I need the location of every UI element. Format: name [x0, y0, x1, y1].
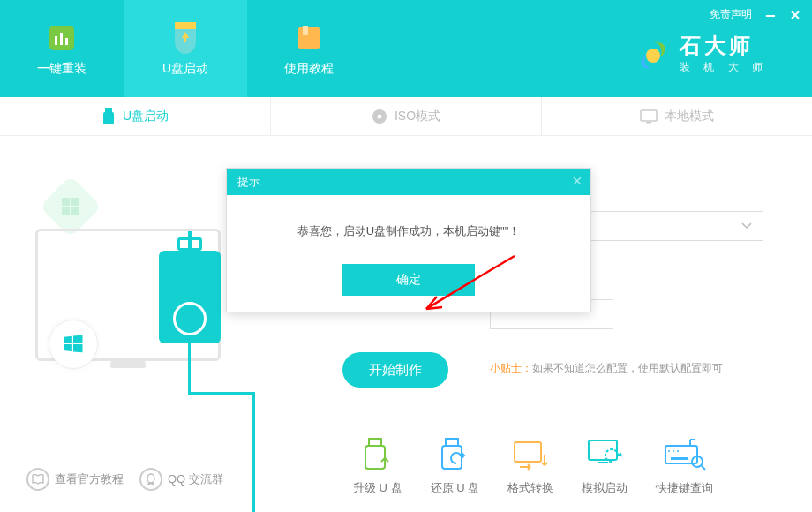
- svg-rect-5: [298, 27, 320, 49]
- svg-point-35: [147, 474, 154, 483]
- svg-rect-18: [71, 207, 79, 215]
- decor-wire: [188, 343, 191, 392]
- action-label: 快捷键查询: [656, 480, 713, 496]
- keyboard-search-icon: [663, 436, 707, 473]
- footer-label: QQ 交流群: [168, 471, 223, 487]
- dialog-close-button[interactable]: [573, 175, 582, 188]
- action-label: 格式转换: [508, 480, 553, 496]
- svg-rect-15: [62, 198, 70, 206]
- header: 一键重装 U盘启动 使用教程 免责声明 石大师 装 机 大 师: [0, 0, 812, 97]
- dialog-title: 提示: [237, 174, 260, 190]
- action-hotkey-lookup[interactable]: 快捷键查询: [656, 436, 713, 496]
- footer-left: 查看官方教程 QQ 交流群: [26, 468, 223, 491]
- svg-point-12: [377, 114, 381, 118]
- convert-icon: [508, 436, 553, 473]
- nav-tutorial[interactable]: 使用教程: [247, 0, 371, 97]
- action-restore-usb[interactable]: 还原 U 盘: [431, 436, 480, 496]
- svg-rect-20: [365, 446, 385, 469]
- svg-rect-10: [103, 112, 114, 124]
- action-simulate-boot[interactable]: 模拟启动: [582, 436, 628, 496]
- nav-label: 使用教程: [284, 61, 334, 77]
- monitor-refresh-icon: [583, 436, 627, 473]
- dialog-success: 提示 恭喜您，启动U盘制作成功，本机启动键""！ 确定: [226, 168, 591, 312]
- dialog-message: 恭喜您，启动U盘制作成功，本机启动键""！: [227, 195, 590, 264]
- disc-icon: [372, 109, 387, 124]
- bar-chart-icon: [46, 20, 78, 56]
- brand-subtitle: 装 机 大 师: [680, 60, 768, 75]
- brand-logo-icon: [635, 38, 671, 73]
- svg-rect-24: [589, 440, 617, 460]
- action-label: 还原 U 盘: [431, 480, 480, 496]
- decor-usb: [173, 302, 207, 335]
- svg-rect-21: [446, 439, 458, 446]
- nav-usb-boot[interactable]: U盘启动: [124, 0, 247, 97]
- action-label: 升级 U 盘: [353, 480, 402, 496]
- nav-label: U盘启动: [162, 61, 208, 77]
- subtab-usb-boot[interactable]: U盘启动: [0, 97, 271, 135]
- tip-label: 小贴士：: [490, 362, 532, 374]
- subtabs: U盘启动 ISO模式 本地模式: [0, 97, 812, 136]
- svg-rect-19: [369, 439, 381, 446]
- decor-wire: [188, 392, 252, 395]
- svg-rect-2: [60, 33, 63, 45]
- svg-point-31: [677, 450, 679, 452]
- svg-rect-3: [65, 38, 68, 45]
- close-button[interactable]: [789, 9, 801, 21]
- usb-up-icon: [356, 436, 400, 473]
- subtab-label: U盘启动: [123, 109, 169, 124]
- disclaimer-link[interactable]: 免责声明: [710, 7, 752, 22]
- svg-rect-25: [598, 462, 608, 463]
- action-row: 升级 U 盘 还原 U 盘 格式转换 模拟启动 快捷键查询: [353, 436, 713, 496]
- svg-point-30: [673, 450, 674, 452]
- usb-icon: [102, 108, 116, 125]
- svg-rect-17: [62, 207, 70, 215]
- subtab-iso[interactable]: ISO模式: [271, 97, 542, 135]
- svg-point-29: [668, 450, 670, 452]
- footer-qq-link[interactable]: QQ 交流群: [139, 468, 223, 491]
- footer-label: 查看官方教程: [55, 471, 124, 487]
- book-open-icon: [26, 468, 49, 491]
- action-format-convert[interactable]: 格式转换: [508, 436, 553, 496]
- svg-point-8: [646, 49, 660, 63]
- svg-point-36: [147, 483, 151, 485]
- qq-icon: [139, 468, 162, 491]
- svg-rect-14: [646, 122, 651, 124]
- shield-icon: [169, 20, 201, 56]
- minimize-button[interactable]: [764, 9, 777, 21]
- subtab-label: ISO模式: [395, 109, 440, 124]
- book-icon: [293, 20, 325, 56]
- action-upgrade-usb[interactable]: 升级 U 盘: [353, 436, 402, 496]
- footer-tutorial-link[interactable]: 查看官方教程: [26, 468, 124, 491]
- decor-wire: [252, 392, 255, 512]
- decor-monitor-stand: [110, 361, 146, 368]
- svg-rect-6: [303, 26, 308, 35]
- brand: 石大师 装 机 大 师: [635, 35, 768, 75]
- svg-rect-1: [55, 36, 57, 45]
- brand-title: 石大师: [680, 35, 768, 56]
- action-label: 模拟启动: [582, 480, 628, 496]
- svg-rect-7: [766, 15, 775, 17]
- svg-point-37: [151, 483, 154, 485]
- nav-label: 一键重装: [37, 61, 86, 77]
- svg-rect-9: [105, 108, 112, 112]
- svg-rect-13: [641, 110, 657, 121]
- subtab-label: 本地模式: [665, 109, 714, 124]
- svg-rect-23: [515, 442, 541, 462]
- dialog-title-bar: 提示: [227, 169, 590, 195]
- svg-rect-32: [671, 457, 688, 460]
- chevron-down-icon: [741, 222, 752, 230]
- nav-reinstall[interactable]: 一键重装: [0, 0, 124, 97]
- usb-refresh-icon: [432, 436, 477, 473]
- monitor-icon: [640, 109, 658, 124]
- svg-rect-16: [71, 198, 79, 206]
- start-button[interactable]: 开始制作: [342, 352, 448, 388]
- dialog-ok-button[interactable]: 确定: [342, 264, 475, 296]
- decor-usb: [177, 237, 202, 251]
- subtab-local[interactable]: 本地模式: [542, 97, 812, 135]
- svg-rect-4: [175, 22, 196, 29]
- svg-line-34: [702, 466, 705, 470]
- window-controls: 免责声明: [710, 7, 801, 22]
- decor-windows-badge: [49, 320, 98, 369]
- tip-text: 小贴士：如果不知道怎么配置，使用默认配置即可: [490, 361, 723, 376]
